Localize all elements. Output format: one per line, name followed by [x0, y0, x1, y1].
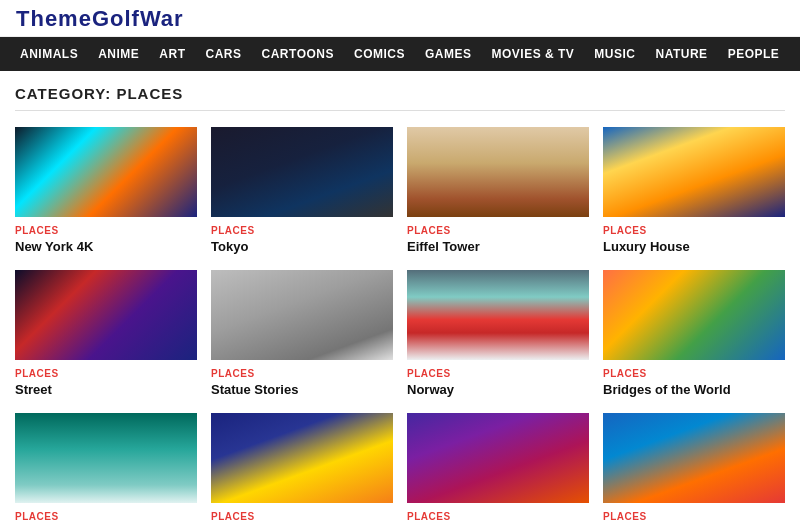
card-item[interactable]: PLACESBridges of the World — [603, 270, 785, 399]
nav-item-art[interactable]: ART — [149, 37, 195, 71]
nav-item-animals[interactable]: ANIMALS — [10, 37, 88, 71]
nav-item-people[interactable]: PEOPLE — [718, 37, 790, 71]
card-image — [407, 127, 589, 217]
card-category-label: PLACES — [603, 225, 785, 236]
card-image — [211, 413, 393, 503]
nav-item-nature[interactable]: NATURE — [646, 37, 718, 71]
card-title: Norway — [407, 382, 589, 399]
card-title: Luxury House — [603, 239, 785, 256]
nav-item-music[interactable]: MUSIC — [584, 37, 645, 71]
card-category-label: PLACES — [15, 511, 197, 522]
nav-item-movies-tv[interactable]: MOVIES & TV — [482, 37, 585, 71]
card-item[interactable]: PLACESNew York 4K — [15, 127, 197, 256]
card-image — [211, 270, 393, 360]
card-image — [211, 127, 393, 217]
page-content: CATEGORY: PLACES PLACESNew York 4KPLACES… — [5, 71, 795, 531]
card-category-label: PLACES — [603, 511, 785, 522]
card-image — [407, 413, 589, 503]
site-logo: ThemeGolfWar — [16, 6, 184, 31]
main-nav: ANIMALS ANIME ART CARS CARTOONS COMICS G… — [0, 37, 800, 71]
card-item[interactable]: PLACESEiffel Tower — [407, 127, 589, 256]
card-item[interactable]: PLACES — [15, 413, 197, 522]
card-category-label: PLACES — [211, 368, 393, 379]
card-category-label: PLACES — [211, 225, 393, 236]
card-category-label: PLACES — [407, 225, 589, 236]
card-image — [603, 270, 785, 360]
card-item[interactable]: PLACESLuxury House — [603, 127, 785, 256]
card-title: Tokyo — [211, 239, 393, 256]
nav-item-anime[interactable]: ANIME — [88, 37, 149, 71]
card-item[interactable]: PLACES — [211, 413, 393, 522]
site-header: ThemeGolfWar — [0, 0, 800, 37]
card-item[interactable]: PLACES — [603, 413, 785, 522]
card-item[interactable]: PLACESTokyo — [211, 127, 393, 256]
nav-item-places[interactable]: PLACES — [789, 37, 800, 71]
card-category-label: PLACES — [407, 511, 589, 522]
card-image — [15, 270, 197, 360]
category-title: CATEGORY: PLACES — [15, 85, 785, 111]
nav-item-games[interactable]: GAMES — [415, 37, 482, 71]
card-image — [603, 413, 785, 503]
card-title: Eiffel Tower — [407, 239, 589, 256]
card-grid: PLACESNew York 4KPLACESTokyoPLACESEiffel… — [15, 127, 785, 522]
card-category-label: PLACES — [407, 368, 589, 379]
nav-item-comics[interactable]: COMICS — [344, 37, 415, 71]
card-image — [603, 127, 785, 217]
card-category-label: PLACES — [15, 225, 197, 236]
card-image — [15, 413, 197, 503]
card-item[interactable]: PLACESStreet — [15, 270, 197, 399]
card-title: New York 4K — [15, 239, 197, 256]
card-title: Statue Stories — [211, 382, 393, 399]
card-image — [407, 270, 589, 360]
card-item[interactable]: PLACES — [407, 413, 589, 522]
nav-item-cartoons[interactable]: CARTOONS — [252, 37, 344, 71]
card-image — [15, 127, 197, 217]
card-title: Street — [15, 382, 197, 399]
card-category-label: PLACES — [15, 368, 197, 379]
card-category-label: PLACES — [211, 511, 393, 522]
card-item[interactable]: PLACESStatue Stories — [211, 270, 393, 399]
card-title: Bridges of the World — [603, 382, 785, 399]
card-category-label: PLACES — [603, 368, 785, 379]
nav-item-cars[interactable]: CARS — [196, 37, 252, 71]
card-item[interactable]: PLACESNorway — [407, 270, 589, 399]
